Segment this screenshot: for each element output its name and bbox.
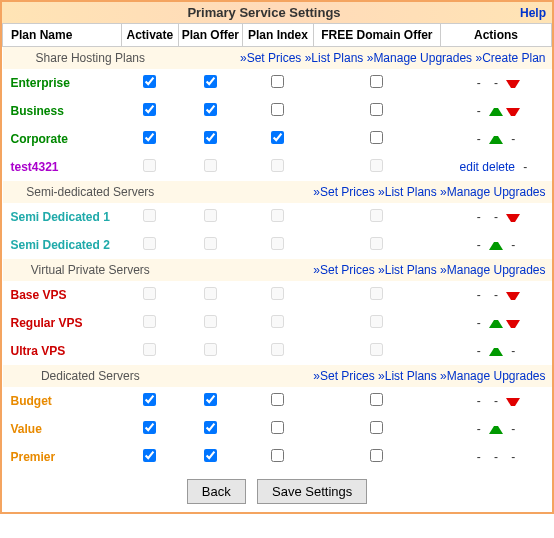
table-row: Semi Dedicated 2- - bbox=[3, 231, 552, 259]
activate-checkbox[interactable] bbox=[143, 131, 156, 144]
move-down-icon[interactable] bbox=[506, 214, 520, 222]
free-checkbox[interactable] bbox=[370, 103, 383, 116]
index-checkbox[interactable] bbox=[271, 315, 284, 328]
list-plans-link[interactable]: »List Plans bbox=[305, 51, 364, 65]
offer-checkbox[interactable] bbox=[204, 103, 217, 116]
index-checkbox[interactable] bbox=[271, 237, 284, 250]
index-checkbox[interactable] bbox=[271, 103, 284, 116]
move-up-icon[interactable] bbox=[489, 242, 503, 250]
free-cell bbox=[313, 97, 440, 125]
back-button[interactable]: Back bbox=[187, 479, 246, 504]
table-row: Base VPS- - bbox=[3, 281, 552, 309]
set-prices-link[interactable]: »Set Prices bbox=[313, 369, 374, 383]
free-cell bbox=[313, 387, 440, 415]
activate-checkbox[interactable] bbox=[143, 287, 156, 300]
offer-checkbox[interactable] bbox=[204, 343, 217, 356]
offer-cell bbox=[178, 309, 243, 337]
free-checkbox[interactable] bbox=[370, 159, 383, 172]
table-row: Premier- - - bbox=[3, 443, 552, 471]
index-cell bbox=[243, 337, 314, 365]
manage-upgrades-link[interactable]: »Manage Upgrades bbox=[440, 185, 545, 199]
move-up-icon[interactable] bbox=[489, 320, 503, 328]
move-down-icon[interactable] bbox=[506, 398, 520, 406]
set-prices-link[interactable]: »Set Prices bbox=[240, 51, 301, 65]
dash: - bbox=[506, 450, 520, 464]
offer-checkbox[interactable] bbox=[204, 237, 217, 250]
move-up-icon[interactable] bbox=[489, 136, 503, 144]
delete-link[interactable]: delete bbox=[482, 160, 515, 174]
free-checkbox[interactable] bbox=[370, 449, 383, 462]
activate-checkbox[interactable] bbox=[143, 343, 156, 356]
move-up-icon[interactable] bbox=[489, 426, 503, 434]
offer-checkbox[interactable] bbox=[204, 131, 217, 144]
offer-checkbox[interactable] bbox=[204, 449, 217, 462]
group-header: Dedicated Servers»Set Prices »List Plans… bbox=[3, 365, 552, 387]
index-checkbox[interactable] bbox=[271, 159, 284, 172]
offer-checkbox[interactable] bbox=[204, 209, 217, 222]
list-plans-link[interactable]: »List Plans bbox=[378, 185, 437, 199]
activate-checkbox[interactable] bbox=[143, 237, 156, 250]
list-plans-link[interactable]: »List Plans bbox=[378, 263, 437, 277]
free-checkbox[interactable] bbox=[370, 421, 383, 434]
free-checkbox[interactable] bbox=[370, 287, 383, 300]
manage-upgrades-link[interactable]: »Manage Upgrades bbox=[440, 263, 545, 277]
index-checkbox[interactable] bbox=[271, 209, 284, 222]
activate-cell bbox=[122, 443, 179, 471]
activate-checkbox[interactable] bbox=[143, 209, 156, 222]
free-checkbox[interactable] bbox=[370, 75, 383, 88]
dash: - bbox=[506, 132, 520, 146]
index-checkbox[interactable] bbox=[271, 343, 284, 356]
help-link[interactable]: Help bbox=[520, 6, 546, 20]
set-prices-link[interactable]: »Set Prices bbox=[313, 263, 374, 277]
offer-cell bbox=[178, 69, 243, 97]
index-cell bbox=[243, 443, 314, 471]
activate-cell bbox=[122, 153, 179, 181]
offer-cell bbox=[178, 153, 243, 181]
free-checkbox[interactable] bbox=[370, 343, 383, 356]
index-checkbox[interactable] bbox=[271, 75, 284, 88]
activate-checkbox[interactable] bbox=[143, 449, 156, 462]
free-checkbox[interactable] bbox=[370, 237, 383, 250]
offer-checkbox[interactable] bbox=[204, 315, 217, 328]
index-checkbox[interactable] bbox=[271, 393, 284, 406]
index-checkbox[interactable] bbox=[271, 131, 284, 144]
activate-checkbox[interactable] bbox=[143, 315, 156, 328]
offer-checkbox[interactable] bbox=[204, 421, 217, 434]
index-checkbox[interactable] bbox=[271, 421, 284, 434]
manage-upgrades-link[interactable]: »Manage Upgrades bbox=[440, 369, 545, 383]
set-prices-link[interactable]: »Set Prices bbox=[313, 185, 374, 199]
free-checkbox[interactable] bbox=[370, 393, 383, 406]
save-settings-button[interactable]: Save Settings bbox=[257, 479, 367, 504]
offer-cell bbox=[178, 203, 243, 231]
create-plan-link[interactable]: »Create Plan bbox=[475, 51, 545, 65]
offer-checkbox[interactable] bbox=[204, 287, 217, 300]
offer-checkbox[interactable] bbox=[204, 159, 217, 172]
activate-checkbox[interactable] bbox=[143, 421, 156, 434]
plan-name-cell: Corporate bbox=[3, 125, 122, 153]
index-checkbox[interactable] bbox=[271, 287, 284, 300]
offer-checkbox[interactable] bbox=[204, 75, 217, 88]
move-down-icon[interactable] bbox=[506, 80, 520, 88]
actions-cell: - - bbox=[440, 125, 551, 153]
edit-link[interactable]: edit bbox=[460, 160, 479, 174]
move-up-icon[interactable] bbox=[489, 348, 503, 356]
free-checkbox[interactable] bbox=[370, 315, 383, 328]
manage-upgrades-link[interactable]: »Manage Upgrades bbox=[367, 51, 472, 65]
activate-checkbox[interactable] bbox=[143, 75, 156, 88]
dash: - bbox=[472, 132, 486, 146]
move-up-icon[interactable] bbox=[489, 108, 503, 116]
offer-checkbox[interactable] bbox=[204, 393, 217, 406]
activate-checkbox[interactable] bbox=[143, 159, 156, 172]
move-down-icon[interactable] bbox=[506, 320, 520, 328]
index-checkbox[interactable] bbox=[271, 449, 284, 462]
list-plans-link[interactable]: »List Plans bbox=[378, 369, 437, 383]
activate-checkbox[interactable] bbox=[143, 103, 156, 116]
free-checkbox[interactable] bbox=[370, 209, 383, 222]
free-checkbox[interactable] bbox=[370, 131, 383, 144]
move-down-icon[interactable] bbox=[506, 292, 520, 300]
plan-name-cell: Value bbox=[3, 415, 122, 443]
activate-cell bbox=[122, 387, 179, 415]
move-down-icon[interactable] bbox=[506, 108, 520, 116]
index-cell bbox=[243, 281, 314, 309]
activate-checkbox[interactable] bbox=[143, 393, 156, 406]
